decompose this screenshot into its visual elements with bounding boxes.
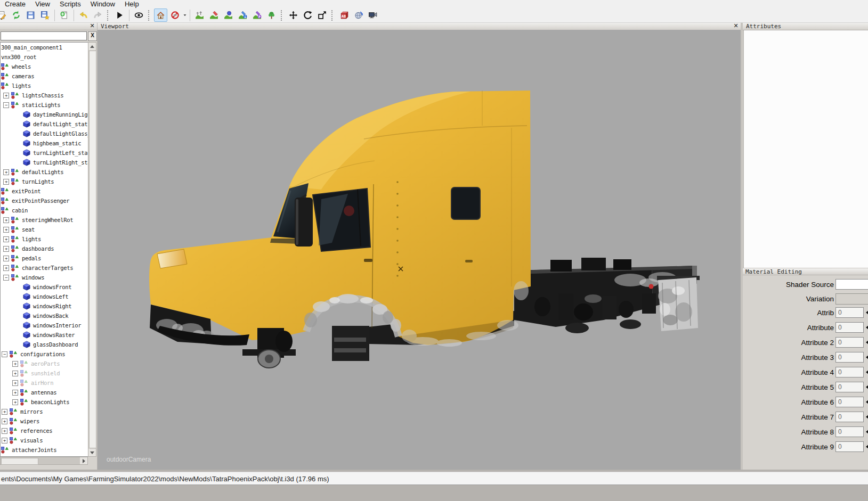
tree-item-staticLights[interactable]: −staticLights xyxy=(1,100,88,110)
placement-cube-button[interactable]: AB xyxy=(337,9,351,22)
expander-icon[interactable]: + xyxy=(3,217,9,223)
expander-icon[interactable]: − xyxy=(3,102,9,108)
tree-item-sunshield[interactable]: +sunshield xyxy=(1,368,88,378)
tree-item-windowsLeft[interactable]: windowsLeft xyxy=(1,292,88,301)
menu-window[interactable]: Window xyxy=(86,0,120,8)
scroll-down-icon[interactable] xyxy=(88,449,96,456)
expander-icon[interactable]: + xyxy=(3,169,9,175)
attribute-input[interactable] xyxy=(835,382,864,392)
import-file-button[interactable] xyxy=(58,9,71,22)
tree-item-pedals[interactable]: +pedals xyxy=(1,253,88,263)
scrollbar-thumb[interactable] xyxy=(89,51,96,448)
attribute-input[interactable] xyxy=(835,412,864,422)
attribute-input[interactable] xyxy=(835,367,864,377)
spinner-icon[interactable] xyxy=(866,444,868,449)
tree-item-attacherJoints[interactable]: attacherJoints xyxy=(1,445,88,455)
undo-button[interactable] xyxy=(77,9,90,22)
menu-create[interactable]: Create xyxy=(0,0,30,8)
expander-icon[interactable]: + xyxy=(3,179,9,185)
tree-item-seat[interactable]: +seat xyxy=(1,225,88,234)
spinner-icon[interactable] xyxy=(866,310,868,315)
expander-icon[interactable]: + xyxy=(3,246,9,252)
scenegraph-search-input[interactable] xyxy=(1,31,87,40)
scenegraph-search-clear-button[interactable]: X xyxy=(88,31,97,41)
expander-icon[interactable]: − xyxy=(2,351,7,357)
tree-item-windowsInterior[interactable]: windowsInterior xyxy=(1,321,88,330)
expander-icon[interactable]: + xyxy=(12,399,18,405)
tree-item-visuals[interactable]: +visuals xyxy=(1,436,88,445)
rotate-button[interactable] xyxy=(301,9,314,22)
tree-item-turnLightLeft_stat[interactable]: turnLightLeft_stat xyxy=(1,148,88,158)
scenegraph-close-icon[interactable]: ✕ xyxy=(88,23,96,29)
tree-item-cameras[interactable]: cameras xyxy=(1,71,88,81)
terrain-sculpt-button[interactable] xyxy=(193,9,206,22)
spinner-icon[interactable] xyxy=(866,325,868,330)
tree-item-airHorn[interactable]: +airHorn xyxy=(1,378,88,388)
expander-icon[interactable]: + xyxy=(3,256,9,261)
tree-item-windows[interactable]: −windows xyxy=(1,273,88,282)
expander-icon[interactable]: + xyxy=(3,227,9,233)
tree-item-steeringWheelRot[interactable]: +steeringWheelRot xyxy=(1,215,88,225)
hide-toggle-dropdown-button[interactable] xyxy=(182,9,188,21)
tree-item-wheels[interactable]: wheels xyxy=(1,62,88,71)
tree-item-dashboards[interactable]: +dashboards xyxy=(1,244,88,253)
spinner-icon[interactable] xyxy=(866,399,868,405)
tree-item-references[interactable]: +references xyxy=(1,426,88,436)
terrain-smooth-button[interactable] xyxy=(222,9,235,22)
tree-item-300_main_component1[interactable]: 300_main_component1 xyxy=(1,43,88,52)
spinner-icon[interactable] xyxy=(866,414,868,420)
tree-item-lightsChassis[interactable]: +lightsChassis xyxy=(1,91,88,100)
spinner-icon[interactable] xyxy=(866,369,868,375)
spinner-icon[interactable] xyxy=(866,429,868,434)
terrain-info-paint-button[interactable]: i xyxy=(236,9,249,22)
terrain-farmland-paint-button[interactable]: P xyxy=(250,9,264,22)
attribute-input[interactable] xyxy=(835,397,864,407)
tree-item-windowsRaster[interactable]: windowsRaster xyxy=(1,330,88,340)
redo-button[interactable] xyxy=(91,9,104,22)
world-sync-button[interactable] xyxy=(352,9,365,22)
tree-item-glassDashboard[interactable]: glassDashboard xyxy=(1,340,88,349)
expander-icon[interactable]: + xyxy=(12,390,18,396)
expander-icon[interactable]: − xyxy=(3,275,9,281)
attribute-input[interactable] xyxy=(835,441,864,452)
tree-item-defaultLightGlass_[interactable]: defaultLightGlass_ xyxy=(1,129,88,138)
visibility-eye-button[interactable] xyxy=(132,9,145,22)
tree-item-defaultLight_stati[interactable]: defaultLight_stati xyxy=(1,119,88,129)
save-as-button[interactable] xyxy=(38,9,52,22)
scroll-up-icon[interactable] xyxy=(88,43,96,50)
play-button[interactable] xyxy=(113,9,126,22)
tree-item-daytimeRunningLigh[interactable]: daytimeRunningLigh xyxy=(1,110,88,119)
tree-item-mirrors[interactable]: +mirrors xyxy=(1,407,88,416)
viewport-close-icon[interactable]: ✕ xyxy=(732,23,740,29)
attribute-input[interactable] xyxy=(835,322,864,333)
tree-item-lights[interactable]: +lights xyxy=(1,234,88,244)
tree-item-defaultLights[interactable]: +defaultLights xyxy=(1,167,88,177)
expander-icon[interactable]: + xyxy=(3,93,9,98)
tree-item-windowsBack[interactable]: windowsBack xyxy=(1,311,88,321)
spinner-icon[interactable] xyxy=(866,384,868,390)
spinner-icon[interactable] xyxy=(866,355,868,360)
new-file-button[interactable] xyxy=(0,9,9,22)
tree-item-lights[interactable]: lights xyxy=(1,81,88,91)
home-camera-button[interactable] xyxy=(154,9,167,22)
tree-item-configurations[interactable]: −configurations xyxy=(1,349,88,359)
terrain-paint-button[interactable] xyxy=(207,9,221,22)
scenegraph-vertical-scrollbar[interactable] xyxy=(88,42,96,457)
attribute-input[interactable] xyxy=(835,307,864,318)
tree-item-characterTargets[interactable]: +characterTargets xyxy=(1,263,88,273)
attribute-input[interactable] xyxy=(835,337,864,348)
tree-item-windowsFront[interactable]: windowsFront xyxy=(1,282,88,292)
tree-item-wipers[interactable]: +wipers xyxy=(1,416,88,426)
attribute-input[interactable] xyxy=(835,352,864,363)
tree-item-aeroParts[interactable]: +aeroParts xyxy=(1,359,88,368)
tree-item-windowsRight[interactable]: windowsRight xyxy=(1,301,88,311)
foliage-paint-button[interactable] xyxy=(265,9,278,22)
expander-icon[interactable]: + xyxy=(12,371,18,376)
hide-toggle-button[interactable] xyxy=(168,9,182,22)
tree-item-exitPoint[interactable]: exitPoint xyxy=(1,186,88,196)
tree-item-turnLightRight_sta[interactable]: turnLightRight_sta xyxy=(1,158,88,167)
variation-dropdown[interactable] xyxy=(835,293,868,305)
scale-button[interactable] xyxy=(315,9,329,22)
expander-icon[interactable]: + xyxy=(2,438,7,443)
scenegraph-horizontal-scrollbar[interactable] xyxy=(0,457,88,465)
